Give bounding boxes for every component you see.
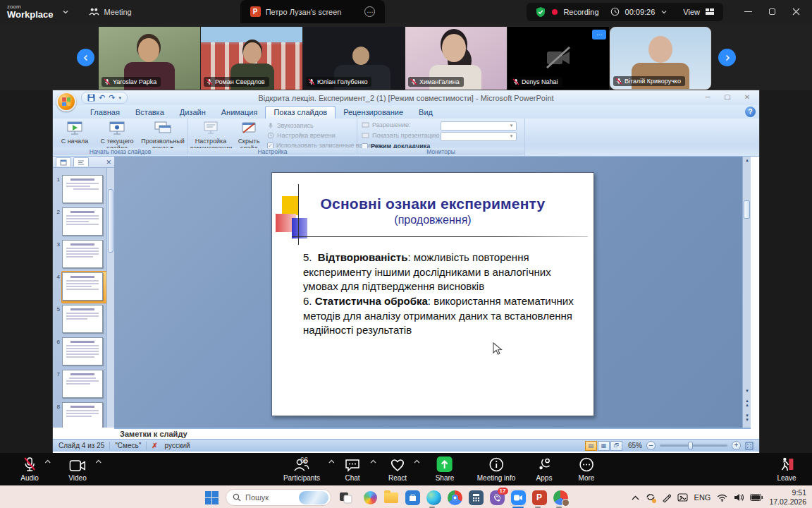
viber-button[interactable]: 17 xyxy=(488,489,505,506)
tab-vid[interactable]: Вид xyxy=(411,107,441,119)
participants-chevron-icon[interactable] xyxy=(328,459,335,464)
video-button[interactable]: Video xyxy=(68,456,86,482)
participants-button[interactable]: 66 Participants xyxy=(283,456,320,482)
ppt-close-button[interactable]: ✕ xyxy=(738,92,756,102)
close-panel-icon[interactable]: ✕ xyxy=(106,159,111,166)
sync-tray-icon[interactable] xyxy=(646,492,656,503)
spellcheck-icon[interactable]: ✗ xyxy=(152,442,157,449)
share-button[interactable]: Share xyxy=(436,456,455,482)
scroll-down-icon[interactable]: ▾ xyxy=(743,388,751,394)
leave-button[interactable]: Leave xyxy=(777,456,796,482)
custom-show-button[interactable]: Произвольный показ ▾ xyxy=(140,120,185,152)
apps-button[interactable]: Apps xyxy=(536,456,553,482)
hide-slide-button[interactable]: Скрыть слайд xyxy=(233,120,264,152)
slide-thumbnail[interactable]: 2 xyxy=(54,207,106,238)
slide-thumbnail[interactable]: 1 xyxy=(54,175,106,206)
audio-options-chevron-icon[interactable] xyxy=(44,459,51,464)
zoom-slider-thumb[interactable] xyxy=(688,442,693,449)
battery-icon[interactable] xyxy=(750,494,763,501)
more-button[interactable]: More xyxy=(579,456,595,482)
tab-pokaz-slaidov[interactable]: Показ слайдов xyxy=(265,106,336,119)
meeting-info-button[interactable]: Meeting info xyxy=(477,456,515,482)
previous-participants-button[interactable] xyxy=(77,49,94,66)
from-current-slide-button[interactable]: С текущего слайда xyxy=(97,120,137,152)
participant-tile[interactable]: Роман Свердлов xyxy=(201,27,302,90)
search-highlight-image[interactable] xyxy=(299,491,328,504)
chat-button[interactable]: Chat xyxy=(345,456,360,482)
participant-tile[interactable]: Yaroslav Papka xyxy=(99,27,200,90)
slide-scrollbar[interactable]: ▴ ▾ ▴▴ ▾▾ xyxy=(742,157,751,428)
tab-dizain[interactable]: Дизайн xyxy=(172,107,214,119)
rehearse-timings-button[interactable]: Настройка времени xyxy=(267,132,336,139)
tab-animaciya[interactable]: Анимация xyxy=(214,107,266,119)
participant-tile[interactable]: ХиманГалина xyxy=(405,27,507,90)
timer-chevron-down-icon[interactable] xyxy=(660,8,668,16)
react-button[interactable]: React xyxy=(388,456,407,482)
slides-tab[interactable] xyxy=(56,157,71,167)
previous-slide-button[interactable]: ▴▴ xyxy=(743,399,751,406)
tab-glavnaya[interactable]: Главная xyxy=(82,107,128,119)
speaker-icon[interactable] xyxy=(734,493,744,502)
chrome-profile-button[interactable] xyxy=(552,489,569,506)
hidden-icons-chevron-icon[interactable] xyxy=(632,495,639,500)
zoom-slider-track[interactable] xyxy=(660,445,727,447)
tab-vstavka[interactable]: Вставка xyxy=(128,107,172,119)
wifi-icon[interactable] xyxy=(717,494,727,502)
outline-tab[interactable] xyxy=(73,157,89,167)
audio-button[interactable]: Audio xyxy=(20,456,39,482)
tab-meeting[interactable]: Meeting xyxy=(79,0,142,23)
tab-options-icon[interactable]: ⋯ xyxy=(364,6,375,17)
ppt-minimize-button[interactable]: ─ xyxy=(699,92,717,102)
slide-thumbnail[interactable]: 6 xyxy=(54,337,106,368)
slide-thumbnail-active[interactable]: 4 xyxy=(54,272,106,303)
slide-sorter-view-button[interactable]: ▦ xyxy=(598,441,610,451)
fit-to-window-icon[interactable] xyxy=(745,442,753,450)
next-participants-button[interactable] xyxy=(718,49,736,66)
setup-show-button[interactable]: Настройка демонстрации xyxy=(190,120,232,152)
chat-chevron-icon[interactable] xyxy=(370,459,376,464)
resolution-dropdown[interactable]: ▾ xyxy=(441,121,517,131)
save-icon[interactable] xyxy=(87,94,95,102)
tab-recenzirovanie[interactable]: Рецензирование xyxy=(336,107,411,119)
help-button[interactable]: ? xyxy=(745,107,756,117)
slide-canvas[interactable]: Основні ознаки експерименту (продовження… xyxy=(271,172,594,416)
view-button[interactable]: View xyxy=(683,8,700,16)
slideshow-view-button[interactable]: 🗗 xyxy=(610,441,622,451)
show-presentation-on-dropdown[interactable]: ▾ xyxy=(441,132,517,141)
minimize-button[interactable] xyxy=(736,0,760,23)
tile-more-icon[interactable]: ⋯ xyxy=(592,30,606,40)
from-beginning-button[interactable]: С начала xyxy=(54,120,95,145)
edge-button[interactable] xyxy=(425,489,442,506)
react-chevron-icon[interactable] xyxy=(414,459,420,464)
qat-dropdown-icon[interactable]: ▾ xyxy=(118,95,121,101)
slide-thumbnail[interactable]: 7 xyxy=(54,370,106,401)
slide-thumbnail[interactable]: 5 xyxy=(54,305,106,336)
file-explorer-button[interactable] xyxy=(383,489,400,506)
slides-panel-scrollbar[interactable] xyxy=(106,168,114,428)
chrome-button[interactable] xyxy=(446,489,463,506)
zoom-in-button[interactable]: + xyxy=(732,441,741,450)
powerpoint-taskbar-button[interactable]: P xyxy=(531,489,548,506)
clock[interactable]: 9:51 17.02.2026 xyxy=(769,488,806,507)
participant-tile[interactable]: Віталій Криворучко xyxy=(610,27,711,90)
redo-icon[interactable]: ↷ xyxy=(109,93,115,102)
participant-tile[interactable]: Юліан Голубенко xyxy=(303,27,405,90)
calculator-button[interactable] xyxy=(467,489,484,506)
close-button[interactable] xyxy=(784,0,808,23)
search-box[interactable]: Пошук xyxy=(226,489,331,506)
zoom-taskbar-button[interactable] xyxy=(510,489,527,506)
start-button[interactable] xyxy=(203,489,220,506)
snipping-tray-icon[interactable] xyxy=(677,493,688,502)
language-indicator[interactable]: русский xyxy=(165,442,190,449)
pen-input-tray-icon[interactable] xyxy=(662,493,671,502)
workspace-chevron-down-icon[interactable] xyxy=(62,8,69,16)
recording-label[interactable]: Recording xyxy=(563,8,598,16)
tab-shared-screen[interactable]: P Петро Лузан's screen ⋯ xyxy=(240,0,386,23)
notes-pane[interactable]: Заметки к слайду xyxy=(114,428,751,439)
scrollbar-thumb[interactable] xyxy=(744,200,750,219)
maximize-button[interactable] xyxy=(760,0,784,23)
next-slide-button[interactable]: ▾▾ xyxy=(743,413,751,421)
office-button[interactable] xyxy=(56,92,76,111)
video-options-chevron-icon[interactable] xyxy=(95,459,102,464)
security-shield-icon[interactable] xyxy=(535,6,546,18)
